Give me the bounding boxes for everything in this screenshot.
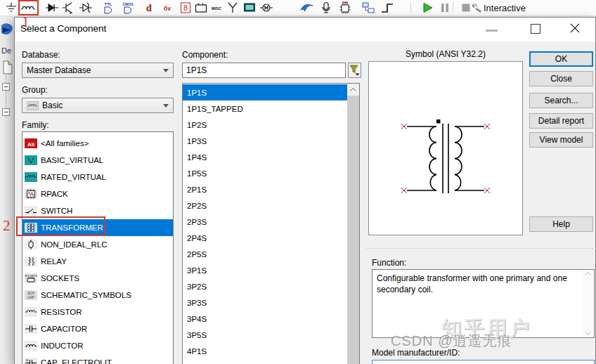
family-item-basic-virtual[interactable]: BASIC_VIRTUAL xyxy=(22,152,173,169)
component-scrollbar[interactable] xyxy=(347,84,359,364)
family-item-sockets[interactable]: SOCKETSSOCKETS xyxy=(22,270,173,287)
family-item-cap-electrolit[interactable]: CAP_ELECTROLIT xyxy=(22,354,173,364)
component-item[interactable]: 3P2S xyxy=(183,278,347,294)
svg-text:CAP: CAP xyxy=(27,296,34,299)
place-transistor-button[interactable] xyxy=(60,1,77,15)
close-icon[interactable] xyxy=(569,22,581,34)
component-item[interactable]: 3P5S xyxy=(183,327,347,343)
scrollbar-thumb[interactable] xyxy=(347,96,359,364)
component-item[interactable]: 1P5S xyxy=(183,165,347,181)
component-item[interactable]: 3P3S xyxy=(183,294,347,311)
tree-collapse-toggle[interactable] xyxy=(2,83,10,91)
component-item[interactable]: 3P4S xyxy=(183,311,347,327)
family-item-transformer[interactable]: TRANSFORMER xyxy=(22,219,173,236)
family-item-non-ideal-rlc[interactable]: NON_IDEAL_RLC xyxy=(22,236,173,253)
place-cmos-button[interactable]: CMOS xyxy=(119,1,136,15)
component-item[interactable]: 4P1S xyxy=(183,343,347,359)
group-combobox[interactable]: Basic xyxy=(22,98,174,113)
family-item-label: CAP_ELECTROLIT xyxy=(41,358,112,364)
place-electromechanical-button[interactable] xyxy=(258,1,275,15)
component-item[interactable]: 1P3S xyxy=(183,133,347,149)
group-value: Basic xyxy=(42,100,63,110)
basic-group-icon xyxy=(27,101,39,110)
scroll-down-icon xyxy=(585,332,591,335)
family-item-capacitor[interactable]: CAPACITOR xyxy=(22,320,173,337)
symbol-label: Symbol (ANSI Y32.2) xyxy=(368,49,523,59)
family-item-switch[interactable]: SWITCH xyxy=(22,202,173,219)
place-bus-button[interactable] xyxy=(379,1,396,15)
svg-text:8: 8 xyxy=(183,4,188,12)
interactive-simulation-label[interactable]: Interactive xyxy=(484,3,526,13)
detail-report-button[interactable]: Detail report xyxy=(529,113,593,129)
tree-collapse-toggle[interactable] xyxy=(2,108,10,116)
database-label: Database: xyxy=(22,50,60,60)
ok-button[interactable]: OK xyxy=(529,51,593,67)
run-simulation-button[interactable] xyxy=(419,1,436,15)
place-rf-button[interactable] xyxy=(224,1,241,15)
stop-simulation-button[interactable] xyxy=(458,1,474,15)
place-power-button[interactable] xyxy=(193,1,209,15)
component-list: 1P1S1P1S_TAPPED1P2S1P3S1P4S1P5S2P1S2P2S2… xyxy=(182,83,360,364)
scroll-up-icon[interactable] xyxy=(347,84,359,96)
view-model-button[interactable]: View model xyxy=(529,132,593,148)
component-item[interactable]: 4P2S xyxy=(183,359,347,364)
model-manufacturer-box[interactable] xyxy=(372,360,595,364)
component-item[interactable]: 2P5S xyxy=(183,246,347,262)
family-item-rated-virtual[interactable]: RATED_VIRTUAL xyxy=(22,169,173,186)
app-logo-icon xyxy=(1,20,14,41)
place-mcu-button[interactable] xyxy=(337,1,354,15)
place-probe-button[interactable] xyxy=(318,1,335,15)
component-item[interactable]: 1P1S_TAPPED xyxy=(183,100,347,117)
place-misc-digital-button[interactable]: d xyxy=(141,1,157,15)
hierarchical-block-button[interactable] xyxy=(360,1,377,15)
place-indicator-button[interactable]: 8 xyxy=(177,1,194,15)
function-text: Configurable transformer with one primar… xyxy=(377,273,580,295)
family-list: All<All families>BASIC_VIRTUALRATED_VIRT… xyxy=(22,131,174,364)
new-file-icon[interactable] xyxy=(2,60,13,77)
component-input[interactable] xyxy=(182,63,346,78)
component-item[interactable]: 1P2S xyxy=(183,117,347,133)
design-toolbox-label: De xyxy=(1,46,11,55)
close-button[interactable]: Close xyxy=(529,71,593,86)
components-toolbar: Interactive TTLCMOSdôv8MISC xyxy=(0,0,596,16)
place-ttl-button[interactable]: TTL xyxy=(100,1,117,15)
family-item-all-families[interactable]: All<All families> xyxy=(22,135,173,152)
family-item-label: NON_IDEAL_RLC xyxy=(41,240,108,249)
symbol-preview xyxy=(368,61,523,235)
component-item[interactable]: 2P1S xyxy=(183,181,347,197)
component-item[interactable]: 2P3S xyxy=(183,214,347,230)
component-label: Component: xyxy=(182,50,228,60)
family-item-label: <All families> xyxy=(41,139,89,148)
svg-text:SOCKETS: SOCKETS xyxy=(25,275,37,278)
component-item[interactable]: 1P1S xyxy=(183,84,347,100)
family-item-rpack[interactable]: RPACK xyxy=(22,186,173,202)
function-scrollbar[interactable] xyxy=(583,271,593,337)
minimize-button[interactable] xyxy=(486,30,498,32)
place-misc-button[interactable]: MISC xyxy=(208,1,225,15)
place-diode-button[interactable] xyxy=(44,1,60,15)
ni-component-wizard-button[interactable] xyxy=(298,1,315,15)
pause-simulation-button[interactable] xyxy=(436,1,453,15)
scroll-up-icon xyxy=(585,272,591,275)
component-item[interactable]: 3P1S xyxy=(183,262,347,278)
maximize-button[interactable] xyxy=(531,24,540,34)
help-button[interactable]: Help xyxy=(529,216,593,232)
filter-button[interactable] xyxy=(348,63,361,78)
place-analog-button[interactable] xyxy=(77,1,94,15)
family-item-inductor[interactable]: INDUCTOR xyxy=(22,337,173,354)
component-item[interactable]: 2P2S xyxy=(183,197,347,214)
place-basic-button[interactable] xyxy=(20,1,37,15)
group-label: Group: xyxy=(22,85,48,95)
family-item-relay[interactable]: RELAY xyxy=(22,253,173,270)
place-advanced-peripherals-button[interactable] xyxy=(241,1,258,15)
database-combobox[interactable]: Master Database xyxy=(22,63,174,78)
component-item[interactable]: 1P4S xyxy=(183,149,347,165)
place-source-button[interactable] xyxy=(3,1,20,15)
family-item-schematic-symbols[interactable]: SCHCAPSCHEMATIC_SYMBOLS xyxy=(22,287,173,304)
search-button[interactable]: Search... xyxy=(529,93,593,108)
family-item-label: BASIC_VIRTUAL xyxy=(41,156,103,164)
place-mixed-button[interactable]: ôv xyxy=(159,1,176,15)
component-item[interactable]: 2P4S xyxy=(183,230,347,246)
family-item-resistor[interactable]: RESISTOR xyxy=(22,304,173,320)
family-label: Family: xyxy=(22,120,49,130)
